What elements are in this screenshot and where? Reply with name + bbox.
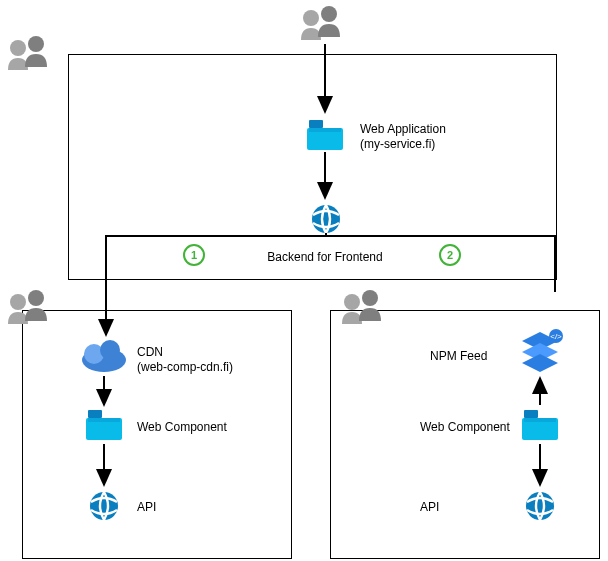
- bff-label: Backend for Frontend: [250, 250, 400, 265]
- diagram: </>: [0, 0, 608, 561]
- users-top-icon: [301, 6, 340, 40]
- badge-1: 1: [183, 244, 205, 266]
- web-application-title: Web Application: [360, 122, 446, 137]
- bff-globe-icon: [312, 205, 340, 233]
- cdn-title: CDN: [137, 345, 163, 360]
- web-component-left-icon: [86, 410, 122, 440]
- web-component-right-label: Web Component: [420, 420, 510, 435]
- bff-split-connector: [106, 236, 555, 250]
- api-left-label: API: [137, 500, 156, 515]
- web-component-right-icon: [522, 410, 558, 440]
- badge-2: 2: [439, 244, 461, 266]
- npm-feed-label: NPM Feed: [430, 349, 487, 364]
- cdn-cloud-icon: [82, 340, 126, 372]
- api-right-globe-icon: [526, 492, 554, 520]
- web-application-subtitle: (my-service.fi): [360, 137, 435, 152]
- api-left-globe-icon: [90, 492, 118, 520]
- users-top-left-icon: [8, 36, 47, 70]
- users-right-icon: [342, 290, 381, 324]
- npm-feed-icon: [522, 329, 563, 372]
- cdn-subtitle: (web-comp-cdn.fi): [137, 360, 233, 375]
- web-component-left-label: Web Component: [137, 420, 227, 435]
- web-application-icon: [307, 120, 343, 150]
- api-right-label: API: [420, 500, 439, 515]
- users-left-icon: [8, 290, 47, 324]
